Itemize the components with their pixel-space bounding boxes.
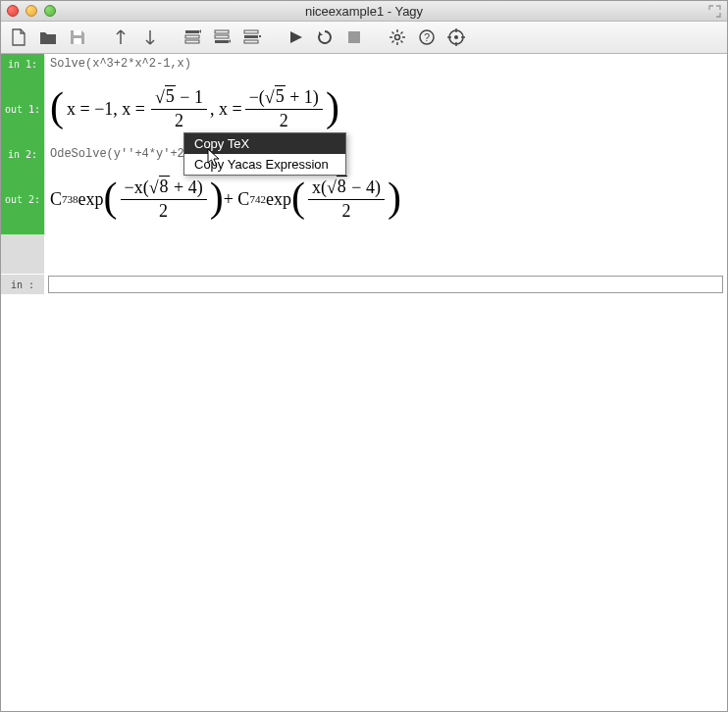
minimize-window-button[interactable] xyxy=(26,5,37,17)
out-cell-1[interactable]: ( x = −1, x = 5 − 12 , x = −(5 + 1)2 ) xyxy=(44,74,727,144)
svg-line-18 xyxy=(401,41,403,43)
out-cell-2[interactable]: C738 exp(−x(8 + 4)2) + C742 exp(x(8 − 4)… xyxy=(44,164,727,234)
close-window-button[interactable] xyxy=(7,5,19,17)
svg-point-24 xyxy=(454,35,458,39)
svg-rect-5 xyxy=(215,30,229,33)
out-label-1: out 1: xyxy=(1,74,44,144)
reload-button[interactable] xyxy=(311,25,338,50)
svg-rect-10 xyxy=(244,40,258,43)
svg-rect-6 xyxy=(215,35,229,38)
toolbar: ? xyxy=(1,22,727,54)
context-menu: Copy TeX Copy Yacas Expression xyxy=(183,132,346,176)
svg-rect-0 xyxy=(74,30,81,35)
svg-rect-2 xyxy=(185,30,199,33)
fullscreen-icon[interactable] xyxy=(708,5,721,18)
svg-rect-8 xyxy=(244,30,258,33)
zoom-window-button[interactable] xyxy=(44,5,56,17)
copy-yacas-menu-item[interactable]: Copy Yacas Expression xyxy=(184,154,345,175)
svg-line-20 xyxy=(401,32,403,34)
svg-rect-1 xyxy=(74,38,81,44)
svg-rect-9 xyxy=(244,35,258,38)
open-file-button[interactable] xyxy=(34,25,62,50)
new-file-button[interactable] xyxy=(5,25,32,50)
svg-text:?: ? xyxy=(424,31,430,43)
svg-rect-11 xyxy=(348,31,360,43)
out-label-2: out 2: xyxy=(1,164,44,234)
move-up-button[interactable] xyxy=(107,25,134,50)
window-controls xyxy=(7,5,56,17)
insert-below-button[interactable] xyxy=(209,25,236,50)
titlebar: niceexample1 - Yagy xyxy=(1,1,727,22)
svg-rect-7 xyxy=(215,40,229,43)
stop-button[interactable] xyxy=(340,25,368,50)
help-button[interactable]: ? xyxy=(413,25,441,50)
settings-button[interactable] xyxy=(384,25,411,50)
in-label-1: in 1: xyxy=(1,54,44,74)
svg-point-12 xyxy=(395,35,400,40)
delete-row-button[interactable] xyxy=(238,25,266,50)
in-label-blank: in : xyxy=(1,275,44,294)
window-title: niceexample1 - Yagy xyxy=(305,4,423,19)
svg-line-19 xyxy=(392,41,394,43)
save-file-button[interactable] xyxy=(64,25,91,50)
input-field[interactable] xyxy=(48,276,723,293)
in-cell-1[interactable]: Solve(x^3+2*x^2-1,x) xyxy=(44,54,727,74)
svg-rect-4 xyxy=(185,40,199,43)
run-button[interactable] xyxy=(282,25,309,50)
move-down-button[interactable] xyxy=(136,25,164,50)
insert-above-button[interactable] xyxy=(180,25,207,50)
svg-rect-3 xyxy=(185,35,199,38)
target-button[interactable] xyxy=(442,25,470,50)
in-cell-2[interactable]: OdeSolve(y''+4*y'+2·y==0) xyxy=(44,144,727,164)
content-area: in 1: Solve(x^3+2*x^2-1,x) out 1: ( x = … xyxy=(1,54,727,711)
in-label-2: in 2: xyxy=(1,144,44,164)
svg-line-17 xyxy=(392,32,394,34)
copy-tex-menu-item[interactable]: Copy TeX xyxy=(184,133,345,154)
